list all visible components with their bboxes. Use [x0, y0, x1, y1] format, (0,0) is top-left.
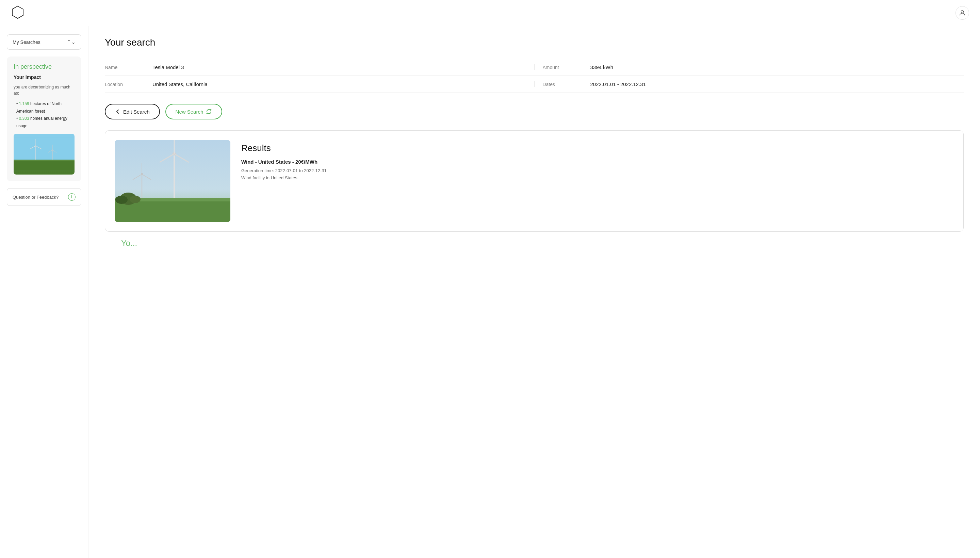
svg-point-29	[115, 195, 128, 204]
bottom-peek-text: Yo...	[105, 238, 964, 248]
vertical-divider-2	[534, 81, 535, 87]
app-logo	[11, 5, 25, 20]
location-cell: Location United States, California	[105, 81, 526, 87]
results-title: Results	[241, 143, 954, 153]
svg-rect-17	[115, 202, 230, 222]
dates-cell: Dates 2022.01.01 - 2022.12.31	[543, 81, 964, 87]
vertical-divider	[534, 64, 535, 70]
dates-value: 2022.01.01 - 2022.12.31	[590, 81, 646, 87]
dates-label: Dates	[543, 82, 577, 87]
perspective-card: In perspective Your impact you are decar…	[7, 56, 81, 181]
svg-point-1	[961, 11, 963, 13]
impact-item-2: 0.303 homes anual energy usage	[16, 115, 74, 130]
feedback-label: Question or Feedback?	[13, 195, 59, 200]
impact-list: 1.159 hectares of North American forest …	[14, 100, 74, 130]
new-search-button[interactable]: New Search	[165, 104, 223, 120]
impact-item-1: 1.159 hectares of North American forest	[16, 100, 74, 115]
svg-point-30	[130, 195, 141, 203]
app-header	[0, 0, 980, 26]
svg-rect-4	[14, 161, 74, 171]
action-buttons: Edit Search New Search	[105, 104, 964, 120]
name-cell: Name Tesla Model 3	[105, 64, 526, 70]
perspective-title: In perspective	[14, 63, 74, 71]
perspective-image	[14, 134, 74, 174]
results-card: Results Wind - United States - 20€/MWh G…	[105, 130, 964, 232]
amount-label: Amount	[543, 65, 577, 70]
info-icon: i	[68, 193, 76, 201]
name-label: Name	[105, 65, 139, 70]
your-impact-title: Your impact	[14, 74, 74, 80]
sidebar: My Searches ⌃⌄ In perspective Your impac…	[0, 26, 89, 558]
feedback-box[interactable]: Question or Feedback? i	[7, 188, 81, 206]
impact-value-1: 1.159	[19, 102, 29, 106]
name-value: Tesla Model 3	[153, 64, 184, 70]
page-title: Your search	[105, 37, 964, 48]
chevron-down-icon: ⌃⌄	[67, 39, 76, 45]
impact-value-2: 0.303	[19, 116, 29, 121]
search-row-name-amount: Name Tesla Model 3 Amount 3394 kWh	[105, 59, 964, 76]
location-value: United States, California	[153, 81, 208, 87]
my-searches-label: My Searches	[13, 39, 41, 45]
search-details: Name Tesla Model 3 Amount 3394 kWh Locat…	[105, 59, 964, 93]
result-name: Wind - United States - 20€/MWh	[241, 159, 954, 165]
search-row-location-dates: Location United States, California Dates…	[105, 76, 964, 93]
results-info: Results Wind - United States - 20€/MWh G…	[241, 140, 954, 182]
arrow-left-icon	[115, 109, 120, 114]
result-generation-time: Generation time: 2022-07-01 to 2022-12-3…	[241, 167, 954, 174]
main-layout: My Searches ⌃⌄ In perspective Your impac…	[0, 26, 980, 558]
my-searches-dropdown[interactable]: My Searches ⌃⌄	[7, 34, 81, 50]
results-image	[115, 140, 230, 222]
result-facility: Wind facility in United States	[241, 174, 954, 182]
location-label: Location	[105, 82, 139, 87]
user-avatar-button[interactable]	[955, 6, 969, 20]
edit-search-button[interactable]: Edit Search	[105, 104, 160, 120]
impact-description: you are decarbonizing as much as:	[14, 84, 74, 96]
amount-cell: Amount 3394 kWh	[543, 64, 964, 70]
svg-marker-0	[12, 6, 23, 18]
main-content: Your search Name Tesla Model 3 Amount 33…	[89, 26, 980, 558]
amount-value: 3394 kWh	[590, 64, 614, 70]
refresh-icon	[206, 108, 212, 115]
